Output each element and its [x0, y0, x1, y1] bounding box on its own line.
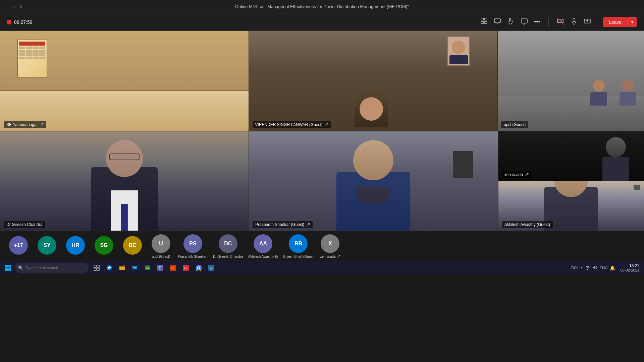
avatar-x[interactable]: X — [321, 234, 339, 253]
toolbar-icons: ••• — [480, 17, 591, 27]
clock-date: 08-02-2021 — [621, 268, 639, 272]
meeting-toolbar: 09:27:59 — [0, 13, 644, 31]
battery-indicator[interactable]: 70% — [571, 266, 578, 270]
start-button[interactable] — [2, 262, 14, 274]
svg-line-5 — [557, 18, 564, 24]
participant-name-dc2: Dr Gireesh Chandra — [213, 255, 243, 258]
code-icon[interactable]: </> — [142, 262, 154, 274]
title-bar: ─ □ ✕ Online MDP on "Managerial Effectiv… — [0, 0, 644, 13]
name-label-xen-scada: xen-scada 🎤 — [502, 171, 531, 178]
avatar-aa[interactable]: AA — [254, 234, 272, 253]
svg-text:T: T — [159, 266, 161, 270]
adobe-icon[interactable]: Ai — [180, 262, 192, 274]
avatar-ps[interactable]: PS — [183, 234, 202, 253]
name-label-prasandth: Prasandth Shankar (Guest) 🎤 — [253, 221, 313, 228]
participant-name-aa: Akhilesh Awasthy (Guest) — [248, 255, 278, 258]
search-icon: 🔍 — [18, 265, 23, 270]
participant-name-upcl: upcl (Guest) — [152, 255, 170, 258]
taskbar-search-box[interactable]: 🔍 — [15, 263, 89, 273]
svg-rect-11 — [8, 268, 11, 271]
leave-button[interactable]: Leave — [603, 17, 628, 27]
name-label-se-yamunanagar: SE Yamunanagar 🎤 — [4, 121, 46, 128]
video-cell-gireesh[interactable]: Dr Gireesh Chandra — [0, 131, 249, 231]
chat-icon[interactable] — [494, 17, 501, 26]
avatar-dc[interactable]: DC — [123, 236, 142, 255]
volume-icon[interactable] — [592, 265, 598, 271]
avatar-sy[interactable]: SY — [38, 236, 56, 255]
participant-hr[interactable]: HR — [64, 236, 87, 256]
participant-name-ps: Prasandth Shankar (G... 🎤 — [178, 255, 208, 258]
participant-x[interactable]: X xen-scada 🎤 — [318, 234, 342, 258]
participant-upcl[interactable]: U upcl (Guest) — [149, 234, 173, 258]
participants-bar: +17 SY HR SG DC U upcl (Guest) — [0, 231, 644, 261]
mic-icon-xen: 🎤 — [525, 173, 529, 176]
windows-taskbar: 🔍 — [0, 261, 644, 275]
svg-text:W: W — [210, 266, 213, 270]
office-icon[interactable]: O — [167, 262, 179, 274]
participant-sg[interactable]: SG — [92, 236, 116, 256]
avatar-sg[interactable]: SG — [95, 236, 113, 255]
tray-expand-icon[interactable]: ∧ — [580, 266, 583, 270]
video-cell-xen-scada[interactable]: xen-scada 🎤 — [498, 131, 644, 181]
minimize-button[interactable]: ─ — [3, 4, 9, 10]
participant-bb[interactable]: BB Brijesh Bhatt (Guest) 🎤 — [283, 234, 313, 258]
task-view-button[interactable] — [91, 262, 103, 274]
mail-icon[interactable] — [129, 262, 141, 274]
language-indicator[interactable]: ENG — [600, 266, 608, 270]
svg-text:</>: </> — [146, 266, 150, 270]
video-cell-upcl[interactable]: upcl (Guest) — [497, 31, 644, 131]
participant-dc2[interactable]: DC Dr Gireesh Chandra — [213, 234, 243, 258]
avatar-dc2[interactable]: DC — [219, 234, 237, 253]
leave-dropdown-button[interactable]: ▾ — [628, 17, 637, 27]
video-cell-virender[interactable]: VIRENDER SINGH PANWAR (Guest) 🎤 — [249, 31, 498, 131]
close-button[interactable]: ✕ — [18, 4, 23, 10]
share-content-icon[interactable] — [584, 17, 591, 26]
svg-rect-10 — [5, 268, 8, 271]
svg-rect-0 — [481, 18, 484, 20]
participants-icon[interactable] — [480, 17, 488, 26]
participant-dc[interactable]: DC — [121, 236, 144, 256]
more-participants-button[interactable]: +17 — [7, 236, 30, 256]
avatar-bb[interactable]: BB — [289, 234, 308, 253]
file-explorer-icon[interactable] — [116, 262, 128, 274]
svg-rect-4 — [521, 19, 527, 23]
svg-text:O: O — [171, 266, 174, 270]
notification-icon[interactable]: 🔔 — [610, 265, 615, 270]
video-cell-prasandth[interactable]: Prasandth Shankar (Guest) 🎤 — [249, 131, 498, 231]
name-label-upcl: upcl (Guest) — [501, 121, 528, 128]
svg-rect-1 — [484, 18, 487, 20]
edge-icon[interactable] — [103, 262, 115, 274]
participant-name-bb: Brijesh Bhatt (Guest) 🎤 — [283, 255, 313, 258]
mic-icon-prasandth: 🎤 — [306, 223, 310, 227]
more-count-badge[interactable]: +17 — [9, 236, 28, 255]
system-tray: 70% ∧ ENG 🔔 — [569, 265, 617, 271]
clock-time: 18:21 — [621, 263, 639, 268]
teams-icon[interactable]: T — [154, 262, 166, 274]
svg-rect-15 — [97, 268, 99, 270]
app-icon[interactable]: W — [205, 262, 217, 274]
system-clock[interactable]: 18:21 08-02-2021 — [618, 263, 642, 272]
participant-aa[interactable]: AA Akhilesh Awasthy (Guest) — [248, 234, 278, 258]
chrome-icon[interactable] — [193, 262, 205, 274]
microphone-icon[interactable] — [570, 17, 578, 26]
video-cell-akhilesh[interactable]: Akhilesh Awasthy (Guest) — [498, 181, 644, 231]
avatar-hr[interactable]: HR — [66, 236, 85, 255]
svg-rect-14 — [94, 268, 96, 270]
raise-hand-icon[interactable] — [507, 17, 515, 26]
participant-sy[interactable]: SY — [35, 236, 59, 256]
svg-rect-12 — [94, 265, 96, 267]
participant-ps[interactable]: PS Prasandth Shankar (G... 🎤 — [178, 234, 208, 258]
camera-icon[interactable] — [557, 17, 564, 26]
share-screen-icon[interactable] — [521, 17, 528, 26]
more-options-icon[interactable]: ••• — [534, 18, 540, 25]
video-cell-se-yamunanagar[interactable]: SE Yamunanagar 🎤 — [0, 31, 249, 131]
window-title: Online MDP on "Managerial Effectiveness … — [23, 4, 621, 9]
maximize-button[interactable]: □ — [11, 4, 16, 10]
toolbar-divider — [548, 17, 549, 27]
search-input[interactable] — [25, 266, 85, 270]
name-label-gireesh: Dr Gireesh Chandra — [4, 221, 45, 228]
recording-timer: 09:27:59 — [14, 19, 33, 25]
wifi-icon[interactable] — [585, 265, 590, 271]
taskbar-app-icons: </> T O Ai — [91, 262, 217, 274]
avatar-upcl[interactable]: U — [152, 234, 170, 253]
